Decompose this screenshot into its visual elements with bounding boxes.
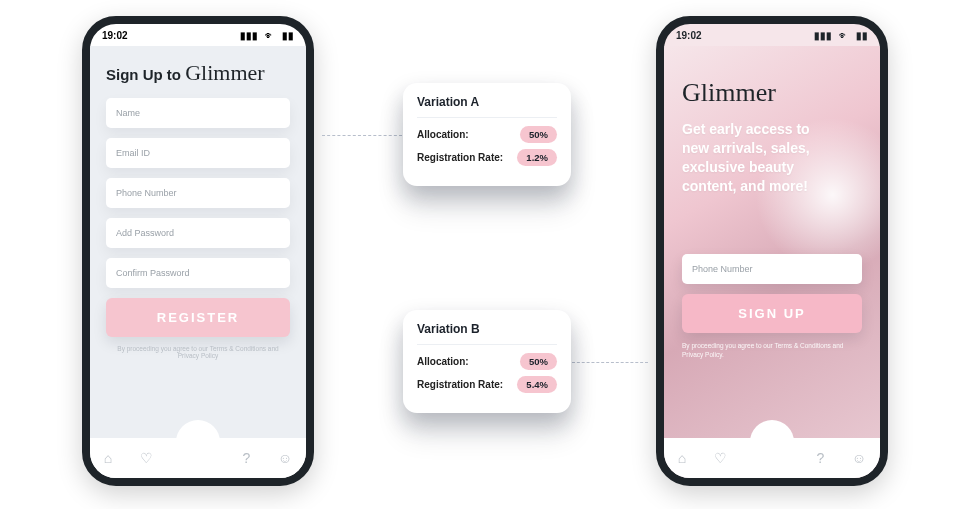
- card-title: Variation A: [417, 95, 557, 118]
- status-icons: ▮▮▮ ᯤ ▮▮: [236, 30, 294, 41]
- variation-a-card: Variation A Allocation: 50% Registration…: [403, 83, 571, 186]
- brand-logo-text: Glimmer: [185, 60, 264, 85]
- confirm-password-field[interactable]: Confirm Password: [106, 258, 290, 288]
- heart-icon[interactable]: ♡: [714, 450, 727, 466]
- registration-rate-row: Registration Rate: 1.2%: [417, 149, 557, 166]
- legal-disclaimer: By proceeding you agree to our Terms & C…: [682, 341, 862, 359]
- page-title: Sign Up to Glimmer: [106, 60, 290, 86]
- password-field[interactable]: Add Password: [106, 218, 290, 248]
- status-bar: 19:02 ▮▮▮ ᯤ ▮▮: [664, 24, 880, 46]
- bottom-nav: ⌂ ♡ ? ☺: [90, 438, 306, 478]
- phone-field[interactable]: Phone Number: [106, 178, 290, 208]
- phone-field[interactable]: Phone Number: [682, 254, 862, 284]
- nav-notch: [750, 420, 794, 464]
- status-time: 19:02: [676, 30, 702, 41]
- battery-icon: ▮▮: [856, 30, 868, 41]
- battery-icon: ▮▮: [282, 30, 294, 41]
- bottom-nav: ⌂ ♡ ? ☺: [664, 438, 880, 478]
- status-time: 19:02: [102, 30, 128, 41]
- disclaimer-and: and: [266, 345, 279, 352]
- phone-variation-a: 19:02 ▮▮▮ ᯤ ▮▮ Sign Up to Glimmer Name E…: [82, 16, 314, 486]
- legal-disclaimer: By proceeding you agree to our Terms & C…: [106, 345, 290, 359]
- hero-headline: Get early access to new arrivals, sales,…: [682, 120, 832, 196]
- rate-value: 5.4%: [517, 376, 557, 393]
- help-icon[interactable]: ?: [816, 450, 824, 466]
- nav-notch: [176, 420, 220, 464]
- signal-icon: ▮▮▮: [240, 30, 258, 41]
- connector-a: [322, 135, 402, 136]
- status-bar: 19:02 ▮▮▮ ᯤ ▮▮: [90, 24, 306, 46]
- allocation-value: 50%: [520, 126, 557, 143]
- home-icon[interactable]: ⌂: [104, 450, 112, 466]
- brand-logo-text: Glimmer: [682, 78, 862, 108]
- signal-icon: ▮▮▮: [814, 30, 832, 41]
- allocation-label: Allocation:: [417, 356, 469, 367]
- allocation-row: Allocation: 50%: [417, 353, 557, 370]
- profile-icon[interactable]: ☺: [852, 450, 866, 466]
- help-icon[interactable]: ?: [242, 450, 250, 466]
- wifi-icon: ᯤ: [839, 30, 849, 41]
- email-field[interactable]: Email ID: [106, 138, 290, 168]
- status-icons: ▮▮▮ ᯤ ▮▮: [810, 30, 868, 41]
- signup-button[interactable]: SIGN UP: [682, 294, 862, 333]
- disclaimer-text: By proceeding you agree to our: [117, 345, 209, 352]
- register-button[interactable]: REGISTER: [106, 298, 290, 337]
- allocation-value: 50%: [520, 353, 557, 370]
- rate-value: 1.2%: [517, 149, 557, 166]
- connector-b: [572, 362, 648, 363]
- rate-label: Registration Rate:: [417, 152, 503, 163]
- heart-icon[interactable]: ♡: [140, 450, 153, 466]
- title-prefix: Sign Up to: [106, 66, 185, 83]
- profile-icon[interactable]: ☺: [278, 450, 292, 466]
- wifi-icon: ᯤ: [265, 30, 275, 41]
- registration-rate-row: Registration Rate: 5.4%: [417, 376, 557, 393]
- card-title: Variation B: [417, 322, 557, 345]
- terms-link[interactable]: Terms & Conditions: [210, 345, 266, 352]
- signup-form-a: Sign Up to Glimmer Name Email ID Phone N…: [90, 46, 306, 438]
- signup-hero-b: Glimmer Get early access to new arrivals…: [664, 46, 880, 438]
- home-icon[interactable]: ⌂: [678, 450, 686, 466]
- phone-variation-b: 19:02 ▮▮▮ ᯤ ▮▮ Glimmer Get early access …: [656, 16, 888, 486]
- allocation-label: Allocation:: [417, 129, 469, 140]
- rate-label: Registration Rate:: [417, 379, 503, 390]
- privacy-link[interactable]: Privacy Policy: [178, 352, 218, 359]
- variation-b-card: Variation B Allocation: 50% Registration…: [403, 310, 571, 413]
- name-field[interactable]: Name: [106, 98, 290, 128]
- allocation-row: Allocation: 50%: [417, 126, 557, 143]
